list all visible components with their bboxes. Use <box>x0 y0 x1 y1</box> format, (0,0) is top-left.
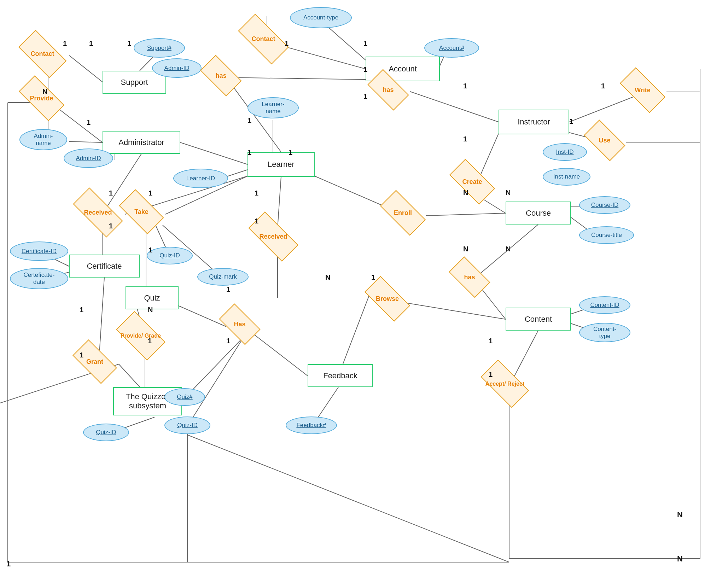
attr-cert-date: Certeficate- date <box>10 268 68 289</box>
card-22: 1 <box>148 246 152 254</box>
attr-quiz-hash: Quiz# <box>164 388 205 406</box>
rel-has2: has <box>371 80 406 100</box>
attr-inst-name: Inst-name <box>543 168 590 186</box>
entity-certificate: Certificate <box>69 255 140 278</box>
card-1: 1 <box>63 40 67 48</box>
card-30: 1 <box>226 337 230 345</box>
attr-quiz-id2: Quiz-ID <box>164 416 210 434</box>
rel-contact1: Contact <box>21 42 64 65</box>
rel-contact2: Contact <box>240 28 286 51</box>
rel-provide: Provide <box>21 88 62 109</box>
svg-line-45 <box>185 337 244 398</box>
card-7: 1 <box>363 40 367 48</box>
card-17: N <box>463 189 468 197</box>
rel-received2: Received <box>250 226 296 247</box>
svg-line-27 <box>278 177 281 228</box>
attr-feedback-hash: Feedback# <box>286 416 337 434</box>
card-15: 1 <box>569 117 573 126</box>
attr-content-type: Content- type <box>579 323 630 342</box>
svg-line-41 <box>392 301 506 319</box>
card-26: 1 <box>371 273 375 281</box>
attr-quiz-mark: Quiz-mark <box>197 268 249 286</box>
rel-received1: Received <box>75 202 121 223</box>
attr-quiz-id3: Quiz-ID <box>83 424 129 441</box>
attr-account-type: Account-type <box>290 7 352 28</box>
er-diagram-canvas: Account Support Administrator Learner In… <box>0 0 728 577</box>
svg-line-20 <box>180 142 247 164</box>
svg-line-12 <box>69 141 103 142</box>
attr-admin-id2: Admin-ID <box>64 148 113 168</box>
card-14: 1 <box>601 82 605 90</box>
card-3: N <box>42 88 47 96</box>
attr-account-hash: Account# <box>424 38 479 58</box>
rel-has-course: has <box>452 267 487 287</box>
card-24: 1 <box>255 217 258 225</box>
attr-cert-id: Certificate-ID <box>10 241 68 261</box>
rel-enroll: Enroll <box>383 202 423 223</box>
attr-learner-id: Learner-ID <box>173 169 228 188</box>
rel-has1: has <box>203 65 239 86</box>
card-28: N <box>506 245 511 253</box>
rel-has-quiz: Has <box>222 314 257 334</box>
card-23: 1 <box>255 189 258 197</box>
card-32: 1 <box>148 337 152 345</box>
svg-line-7 <box>69 56 103 82</box>
card-8: 1 <box>363 65 367 74</box>
card-11: 1 <box>247 148 251 157</box>
rel-take: Take <box>122 201 161 223</box>
attr-learner-name: Learner- name <box>247 97 299 118</box>
card-19: 1 <box>109 189 113 197</box>
card-5: 1 <box>127 40 131 48</box>
entity-learner: Learner <box>247 152 315 177</box>
attr-inst-id: Inst-ID <box>543 143 587 161</box>
card-31: N <box>148 306 153 314</box>
card-bottom-n1: N <box>677 510 683 519</box>
card-13: 1 <box>463 82 467 90</box>
entity-course: Course <box>506 202 571 225</box>
card-25: N <box>325 273 330 281</box>
entity-instructor: Instructor <box>499 110 569 134</box>
rel-provide-grade: Provide/ Grade <box>120 324 162 348</box>
card-21: 1 <box>148 189 152 197</box>
card-6: 1 <box>285 40 289 48</box>
card-10: 1 <box>247 117 251 125</box>
card-27: N <box>463 245 468 253</box>
attr-course-title: Course-title <box>579 226 634 244</box>
card-36: 1 <box>489 371 493 379</box>
card-33: 1 <box>80 306 83 314</box>
card-2: 1 <box>89 40 93 48</box>
entity-administrator: Administrator <box>103 131 180 154</box>
card-9: 1 <box>363 93 367 101</box>
rel-use: Use <box>587 130 622 151</box>
entity-content: Content <box>506 308 571 331</box>
card-20: 1 <box>109 222 113 230</box>
attr-admin-name: Admin- name <box>19 129 67 150</box>
card-12: 1 <box>289 148 292 157</box>
svg-line-46 <box>187 337 244 426</box>
svg-line-18 <box>410 92 499 122</box>
svg-line-42 <box>338 290 371 376</box>
attr-content-id: Content-ID <box>579 296 630 314</box>
rel-browse: Browse <box>367 288 408 309</box>
rel-write: Write <box>622 80 663 101</box>
card-34: 1 <box>80 351 83 359</box>
svg-line-15 <box>226 77 366 80</box>
card-29: 1 <box>226 286 230 294</box>
attr-course-id: Course-ID <box>579 196 630 214</box>
entity-feedback: Feedback <box>308 364 373 387</box>
attr-quiz-id1: Quiz-ID <box>147 247 193 264</box>
card-4: 1 <box>87 118 91 127</box>
svg-line-53 <box>99 278 104 354</box>
card-16: 1 <box>463 135 467 143</box>
svg-line-30 <box>426 213 506 216</box>
card-bottom-1: 1 <box>6 559 11 569</box>
attr-support-hash: Support# <box>134 38 185 58</box>
rel-create: Create <box>452 171 493 192</box>
entity-support: Support <box>103 71 166 94</box>
card-35: 1 <box>489 337 493 345</box>
card-18: N <box>506 189 511 197</box>
card-bottom-n2: N <box>677 554 683 564</box>
attr-admin-id1: Admin-ID <box>152 58 202 78</box>
svg-line-67 <box>187 435 509 562</box>
